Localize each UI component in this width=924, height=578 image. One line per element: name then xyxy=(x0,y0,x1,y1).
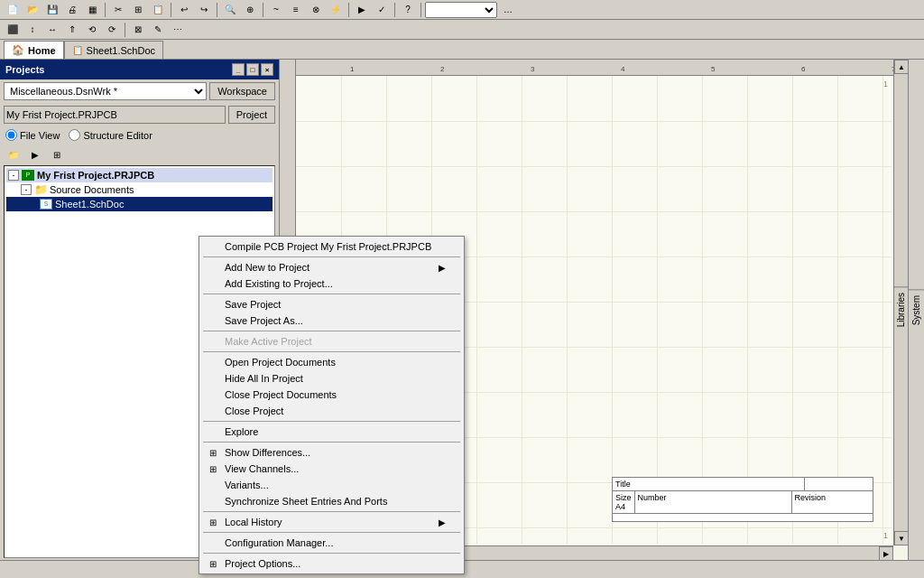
help-btn[interactable]: ? xyxy=(399,2,417,18)
compile-btn[interactable]: ▶ xyxy=(353,2,371,18)
t2-btn9[interactable]: ⋯ xyxy=(169,22,187,38)
ctx-label-local_history: Local History xyxy=(225,517,282,527)
ctx-item-save_project_as[interactable]: Save Project As... xyxy=(199,312,464,329)
structure-view-label[interactable]: Structure Editor xyxy=(69,129,152,141)
sch-file-icon: S xyxy=(39,198,53,210)
tree-toggle-project[interactable]: - xyxy=(8,170,19,181)
panel-restore-btn[interactable]: □ xyxy=(246,63,259,76)
sheet-tab[interactable]: 📋 Sheet1.SchDoc xyxy=(64,41,163,59)
tree-file-item[interactable]: S Sheet1.SchDoc xyxy=(6,197,273,211)
ctx-label-add_existing: Add Existing to Project... xyxy=(225,278,333,289)
sheet-tab-label: Sheet1.SchDoc xyxy=(87,45,155,56)
save-btn[interactable]: 💾 xyxy=(43,2,61,18)
ctx-item-config_manager[interactable]: Configuration Manager... xyxy=(199,535,464,551)
t2-btn5[interactable]: ⟲ xyxy=(83,22,101,38)
file-view-label[interactable]: File View xyxy=(5,129,60,141)
ctx-item-show_diff[interactable]: ⊞Show Differences... xyxy=(199,444,464,461)
panel-close-btn[interactable]: × xyxy=(261,63,273,76)
ctx-label-view_channels: View Channels... xyxy=(225,463,299,474)
panel-tool-3[interactable]: ⊞ xyxy=(47,145,67,163)
preview-btn[interactable]: ▦ xyxy=(83,2,101,18)
scroll-down-btn[interactable]: ▼ xyxy=(894,531,908,545)
ctx-item-add_new[interactable]: Add New to Project▶ xyxy=(199,259,464,275)
paste-btn[interactable]: 📋 xyxy=(149,2,167,18)
undo-btn[interactable]: ↩ xyxy=(175,2,193,18)
sep4 xyxy=(263,3,263,17)
project-button[interactable]: Project xyxy=(228,106,275,124)
home-tab[interactable]: 🏠 Home xyxy=(4,41,64,59)
file-view-radio[interactable] xyxy=(5,129,17,141)
ctx-sep-sep4 xyxy=(203,351,460,352)
bus-btn[interactable]: ≡ xyxy=(287,2,305,18)
ctx-item-open_docs[interactable]: Open Project Documents xyxy=(199,354,464,370)
cut-btn[interactable]: ✂ xyxy=(109,2,127,18)
tree-project-item[interactable]: - P My Frist Project.PRJPCB xyxy=(6,168,273,182)
system-tab[interactable]: System xyxy=(909,289,924,331)
t2-btn3[interactable]: ↔ xyxy=(43,22,61,38)
wire-btn[interactable]: ~ xyxy=(267,2,285,18)
toolbar-2: ⬛ ↕ ↔ ⇑ ⟲ ⟳ ⊠ ✎ ⋯ xyxy=(0,20,924,40)
new-btn[interactable]: 📄 xyxy=(4,2,22,18)
ctx-label-config_manager: Configuration Manager... xyxy=(225,537,333,548)
panel-tool-1[interactable]: 📁 xyxy=(4,145,23,163)
structure-radio[interactable] xyxy=(69,129,80,141)
ctx-label-make_active: Make Active Project xyxy=(225,336,312,347)
tree-toggle-folder[interactable]: - xyxy=(21,184,32,195)
ctx-item-add_existing[interactable]: Add Existing to Project... xyxy=(199,275,464,292)
more-btn[interactable]: … xyxy=(499,2,517,18)
grid-v-12 xyxy=(837,76,838,544)
ctx-item-sync_sheet[interactable]: Synchronize Sheet Entries And Ports xyxy=(199,493,464,509)
workspace-button[interactable]: Workspace xyxy=(209,82,275,100)
ctx-item-close_docs[interactable]: Close Project Documents xyxy=(199,387,464,403)
t2-btn6[interactable]: ⟳ xyxy=(103,22,121,38)
ctx-item-save_project[interactable]: Save Project xyxy=(199,296,464,312)
ctx-item-hide_all[interactable]: Hide All In Project xyxy=(199,370,464,387)
ctx-item-close_project[interactable]: Close Project xyxy=(199,403,464,419)
panel-tool-2[interactable]: ▶ xyxy=(25,145,45,163)
ctx-item-view_channels[interactable]: ⊞View Channels... xyxy=(199,461,464,477)
scroll-up-btn[interactable]: ▲ xyxy=(894,60,908,74)
zoom-btn[interactable]: 🔍 xyxy=(221,2,239,18)
file-view-text: File View xyxy=(20,130,60,141)
ctx-sep-sep5 xyxy=(203,421,460,422)
tabbar: 🏠 Home 📋 Sheet1.SchDoc xyxy=(0,40,924,60)
home-icon: 🏠 xyxy=(12,44,24,56)
ctx-item-compile[interactable]: Compile PCB Project My Frist Project.PRJ… xyxy=(199,238,464,255)
grid-h-3 xyxy=(296,211,892,212)
ctx-item-local_history[interactable]: ⊞Local History▶ xyxy=(199,514,464,530)
t2-btn7[interactable]: ⊠ xyxy=(129,22,147,38)
ctx-sep-sep2 xyxy=(203,294,460,294)
print-btn[interactable]: 🖨 xyxy=(63,2,81,18)
dropdown-toolbar[interactable] xyxy=(425,2,497,18)
t2-btn8[interactable]: ✎ xyxy=(149,22,167,38)
t2-btn4[interactable]: ⇑ xyxy=(63,22,81,38)
ctx-icon-show_diff: ⊞ xyxy=(205,445,221,460)
open-btn[interactable]: 📂 xyxy=(23,2,42,18)
verify-btn[interactable]: ✓ xyxy=(373,2,391,18)
project-dropdown[interactable]: Miscellaneous.DsnWrk * xyxy=(4,82,207,100)
ctx-sep-sep1 xyxy=(203,256,460,257)
ctx-item-variants[interactable]: Variants... xyxy=(199,477,464,493)
panel-pin-btn[interactable]: _ xyxy=(232,63,245,76)
project-path-input[interactable] xyxy=(4,106,226,124)
select-btn[interactable]: ⊕ xyxy=(241,2,259,18)
scroll-right-btn[interactable]: ▶ xyxy=(879,546,893,560)
sep7 xyxy=(420,3,421,17)
project-row: Project xyxy=(0,103,279,126)
ctx-label-project_options: Project Options... xyxy=(225,558,300,569)
sep6 xyxy=(394,3,395,17)
redo-btn[interactable]: ↪ xyxy=(195,2,213,18)
copy-btn[interactable]: ⊞ xyxy=(129,2,147,18)
t2-btn2[interactable]: ↕ xyxy=(23,22,42,38)
size-label: Size xyxy=(615,493,632,502)
ctx-label-compile: Compile PCB Project My Frist Project.PRJ… xyxy=(225,241,431,252)
tree-folder-item[interactable]: - 📁 Source Documents xyxy=(6,182,273,197)
t2-btn1[interactable]: ⬛ xyxy=(4,22,22,38)
power-btn[interactable]: ⚡ xyxy=(327,2,345,18)
net-btn[interactable]: ⊗ xyxy=(307,2,325,18)
ctx-item-explore[interactable]: Explore xyxy=(199,424,464,440)
ctx-item-project_options[interactable]: ⊞Project Options... xyxy=(199,555,464,572)
ctx-label-show_diff: Show Differences... xyxy=(225,447,310,458)
libraries-tab[interactable]: Libraries xyxy=(893,286,909,332)
file-name: Sheet1.SchDoc xyxy=(55,199,124,210)
